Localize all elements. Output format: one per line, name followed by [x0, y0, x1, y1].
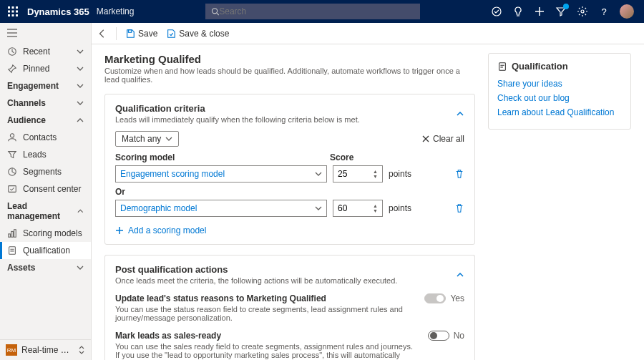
- score-input[interactable]: ▲▼: [333, 165, 383, 183]
- nav-leads[interactable]: Leads: [0, 146, 91, 163]
- brand-label: Dynamics 365: [27, 6, 89, 17]
- svg-rect-5: [16, 11, 18, 13]
- points-label: points: [389, 203, 411, 213]
- nav-section-assets[interactable]: Assets: [0, 259, 91, 276]
- nav-section-channels[interactable]: Channels: [0, 94, 91, 112]
- save-button[interactable]: Save: [125, 29, 157, 39]
- module-label: Marketing: [97, 6, 135, 16]
- help-link[interactable]: Check out our blog: [497, 93, 622, 103]
- svg-point-21: [10, 134, 14, 137]
- chevron-up-icon: [77, 208, 84, 215]
- help-icon[interactable]: ?: [598, 6, 610, 17]
- global-search[interactable]: [205, 4, 420, 19]
- clear-all-button[interactable]: Clear all: [421, 134, 464, 144]
- delete-row-icon[interactable]: [454, 203, 464, 213]
- svg-rect-31: [499, 62, 506, 70]
- settings-icon[interactable]: [577, 6, 588, 17]
- area-switcher[interactable]: RM Real-time marketi...: [0, 339, 91, 360]
- step-up-icon[interactable]: ▲: [373, 169, 378, 174]
- action-1-state: Yes: [450, 293, 464, 303]
- chevron-down-icon: [77, 82, 84, 89]
- updown-icon: [78, 346, 85, 354]
- filter-icon[interactable]: [555, 6, 567, 17]
- nav-pinned[interactable]: Pinned: [0, 60, 91, 77]
- app-launcher-icon[interactable]: [6, 4, 20, 19]
- save-icon: [125, 29, 135, 39]
- clock-icon: [7, 47, 17, 57]
- match-mode-dropdown[interactable]: Match any: [115, 131, 179, 147]
- nav-section-engagement[interactable]: Engagement: [0, 77, 91, 94]
- add-icon[interactable]: [534, 6, 545, 17]
- user-avatar[interactable]: [620, 4, 634, 19]
- plus-icon: [115, 226, 124, 235]
- save-close-button[interactable]: Save & close: [166, 29, 229, 39]
- delete-row-icon[interactable]: [454, 169, 464, 179]
- qualification-icon: [7, 245, 17, 256]
- svg-rect-25: [11, 231, 14, 237]
- chevron-down-icon: [315, 170, 322, 177]
- chevron-down-icon: [77, 65, 84, 72]
- nav-recent[interactable]: Recent: [0, 43, 91, 60]
- nav-contacts[interactable]: Contacts: [0, 129, 91, 146]
- step-down-icon[interactable]: ▼: [373, 174, 378, 179]
- nav-segments[interactable]: Segments: [0, 163, 91, 180]
- svg-line-10: [217, 13, 219, 15]
- actions-title: Post qualification actions: [115, 264, 397, 275]
- action-2-title: Mark leads as sales-ready: [115, 331, 416, 341]
- svg-rect-4: [12, 11, 14, 13]
- step-up-icon[interactable]: ▲: [373, 203, 378, 208]
- main-area: Save Save & close Marketing Qualifed Cus…: [92, 23, 644, 360]
- svg-rect-0: [8, 6, 10, 9]
- step-down-icon[interactable]: ▼: [373, 208, 378, 213]
- action-1-toggle[interactable]: [424, 293, 446, 303]
- label-score: Score: [330, 152, 353, 162]
- svg-rect-6: [8, 14, 10, 16]
- svg-point-15: [581, 10, 584, 13]
- close-icon: [421, 135, 430, 143]
- scoring-model-select[interactable]: Demographic model: [115, 200, 327, 217]
- svg-rect-28: [128, 29, 131, 32]
- collapse-criteria-icon[interactable]: [456, 110, 464, 118]
- nav-section-lead-mgmt[interactable]: Lead management: [0, 198, 91, 225]
- nav-section-audience[interactable]: Audience: [0, 112, 91, 129]
- nav-consent[interactable]: Consent center: [0, 180, 91, 198]
- search-input[interactable]: [219, 6, 414, 16]
- chevron-down-icon: [165, 135, 172, 142]
- collapse-actions-icon[interactable]: [456, 271, 464, 279]
- nav-collapse-icon[interactable]: [0, 23, 91, 43]
- search-icon: [211, 7, 220, 16]
- site-nav: Recent Pinned Engagement Channels Audien…: [0, 23, 92, 360]
- back-button[interactable]: [97, 29, 107, 39]
- chevron-down-icon: [77, 48, 84, 55]
- scoring-model-select[interactable]: Engagement scoring model: [115, 165, 327, 183]
- nav-qualification[interactable]: Qualification: [0, 242, 91, 259]
- svg-rect-2: [16, 6, 18, 9]
- leads-icon: [7, 150, 17, 160]
- help-link[interactable]: Learn about Lead Qualification: [497, 107, 622, 117]
- points-label: points: [389, 169, 411, 179]
- svg-rect-1: [12, 6, 14, 9]
- pin-icon: [7, 64, 17, 74]
- help-card-title: Qualification: [512, 61, 568, 72]
- consent-icon: [7, 184, 17, 194]
- command-bar: Save Save & close: [92, 23, 644, 44]
- svg-point-9: [212, 9, 217, 14]
- chevron-down-icon: [77, 99, 84, 107]
- chevron-up-icon: [77, 117, 84, 124]
- svg-rect-24: [9, 234, 11, 237]
- chevron-down-icon: [77, 264, 84, 271]
- svg-rect-8: [16, 14, 18, 16]
- help-link[interactable]: Share your ideas: [497, 79, 622, 89]
- score-input[interactable]: ▲▼: [333, 200, 383, 217]
- assistant-icon[interactable]: [491, 6, 502, 17]
- action-2-toggle[interactable]: [428, 331, 449, 341]
- page-title: Marketing Qualifed: [104, 53, 475, 65]
- svg-text:?: ?: [601, 6, 606, 17]
- global-header: Dynamics 365 Marketing ?: [0, 0, 644, 23]
- svg-rect-3: [8, 11, 10, 13]
- criteria-row: Demographic model ▲▼ points: [115, 200, 464, 217]
- segments-icon: [7, 167, 17, 177]
- nav-scoring-models[interactable]: Scoring models: [0, 225, 91, 242]
- add-scoring-model-button[interactable]: Add a scoring model: [115, 225, 464, 235]
- lightbulb-icon[interactable]: [512, 6, 524, 17]
